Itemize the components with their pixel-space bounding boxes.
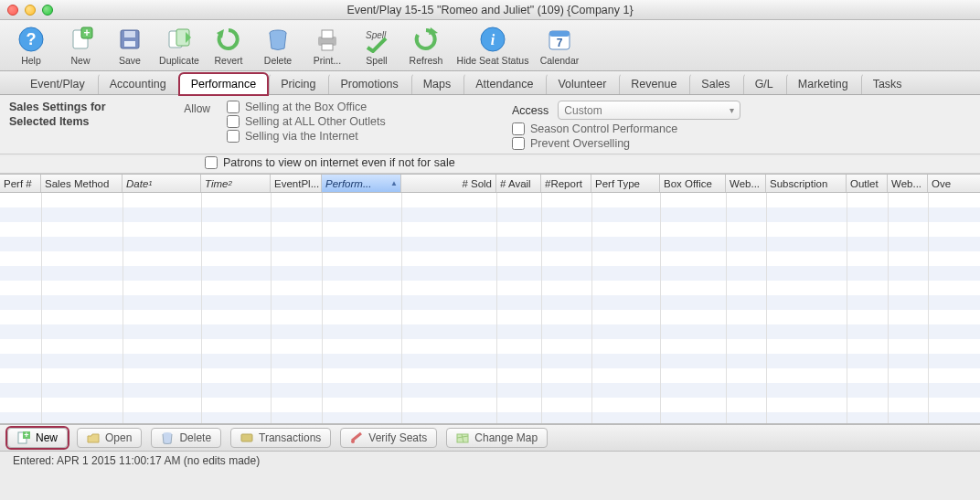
trash-icon <box>161 431 174 444</box>
transactions-icon <box>240 431 253 444</box>
tab-attendance[interactable]: Attendance <box>463 73 545 94</box>
titlebar: Event/Play 15-15 "Romeo and Juliet" (109… <box>0 0 980 20</box>
help-button[interactable]: ? Help <box>7 22 55 69</box>
col-sold[interactable]: # Sold <box>401 175 496 192</box>
delete-button[interactable]: Delete <box>254 22 302 69</box>
new-button[interactable]: + New <box>57 22 104 69</box>
verify-icon <box>350 431 363 444</box>
refresh-button[interactable]: Refresh <box>402 22 450 69</box>
prevent-overselling-checkbox[interactable]: Prevent Overselling <box>512 137 971 150</box>
refresh-icon <box>411 25 441 54</box>
season-control-checkbox[interactable]: Season Control Performance <box>512 122 971 135</box>
col-subscription[interactable]: Subscription <box>766 175 847 192</box>
col-web[interactable]: Web... <box>726 175 766 192</box>
col-perform[interactable]: Perform... <box>322 175 401 192</box>
col-outlet[interactable]: Outlet <box>847 175 888 192</box>
access-select[interactable]: Custom <box>558 101 740 120</box>
tab-accounting[interactable]: Accounting <box>98 73 178 94</box>
allow-box-office-checkbox[interactable]: Selling at the Box Office <box>227 101 386 113</box>
footer-new-button[interactable]: + New <box>7 428 68 448</box>
svg-text:7: 7 <box>557 37 563 49</box>
info-icon: i <box>478 25 507 54</box>
grid-header: Perf # Sales Method Date1 Time2 EventPl.… <box>0 175 980 193</box>
footer-transactions-button[interactable]: Transactions <box>230 428 331 448</box>
tab-marketing[interactable]: Marketing <box>786 73 860 94</box>
svg-rect-6 <box>124 31 135 37</box>
footer-open-button[interactable]: Open <box>77 428 142 448</box>
settings-heading: Sales Settings for Selected Items <box>9 101 155 150</box>
allow-all-outlets-checkbox[interactable]: Selling at ALL Other Outlets <box>227 115 386 128</box>
access-label: Access <box>512 104 549 117</box>
save-icon <box>115 25 144 54</box>
tab-sales[interactable]: Sales <box>689 73 741 94</box>
svg-rect-24 <box>241 434 252 441</box>
tab-event-play[interactable]: Event/Play <box>18 73 97 94</box>
footer-change-map-button[interactable]: Change Map <box>446 428 548 448</box>
svg-rect-7 <box>124 41 135 47</box>
footer-verify-seats-button[interactable]: Verify Seats <box>340 428 437 448</box>
performance-grid: Perf # Sales Method Date1 Time2 EventPl.… <box>0 174 980 424</box>
revert-button[interactable]: Revert <box>205 22 252 69</box>
allow-label: Allow <box>174 101 210 115</box>
tab-promotions[interactable]: Promotions <box>328 73 410 94</box>
status-bar: Entered: APR 1 2015 11:00:17 AM (no edit… <box>0 452 980 470</box>
col-sales-method[interactable]: Sales Method <box>41 175 122 192</box>
new-icon: + <box>66 25 95 54</box>
duplicate-button[interactable]: Duplicate <box>155 22 203 69</box>
calendar-icon: 7 <box>545 25 574 54</box>
print-icon <box>313 25 342 54</box>
revert-icon <box>214 25 243 54</box>
hide-seat-status-button[interactable]: i Hide Seat Status <box>452 22 534 69</box>
svg-text:i: i <box>491 32 495 48</box>
svg-text:?: ? <box>27 30 37 48</box>
map-icon <box>456 431 469 444</box>
tab-revenue[interactable]: Revenue <box>619 73 688 94</box>
window-title: Event/Play 15-15 "Romeo and Juliet" (109… <box>0 4 980 16</box>
patrons-view-checkbox[interactable]: Patrons to view on internet even if not … <box>183 156 980 169</box>
print-button[interactable]: Print... <box>304 22 351 69</box>
calendar-button[interactable]: 7 Calendar <box>536 22 583 69</box>
tab-volunteer[interactable]: Volunteer <box>546 73 618 94</box>
duplicate-icon <box>165 25 194 54</box>
col-perf-type[interactable]: Perf Type <box>591 175 660 192</box>
tab-bar: Event/Play Accounting Performance Pricin… <box>0 71 980 95</box>
col-report[interactable]: #Report <box>541 175 591 192</box>
sales-settings-panel: Sales Settings for Selected Items Allow … <box>0 95 980 154</box>
col-avail[interactable]: # Avail <box>496 175 541 192</box>
col-event-pl[interactable]: EventPl... <box>271 175 322 192</box>
delete-icon <box>263 25 293 54</box>
help-icon: ? <box>16 25 46 54</box>
grid-body[interactable] <box>0 193 980 424</box>
svg-text:+: + <box>24 431 28 440</box>
tab-maps[interactable]: Maps <box>411 73 463 94</box>
svg-text:+: + <box>83 27 90 39</box>
svg-rect-13 <box>322 44 333 50</box>
col-box-office[interactable]: Box Office <box>660 175 726 192</box>
col-time[interactable]: Time2 <box>201 175 271 192</box>
main-toolbar: ? Help + New Save Duplicate Revert Delet… <box>0 20 980 71</box>
tab-gl[interactable]: G/L <box>743 73 785 94</box>
col-web2[interactable]: Web... <box>888 175 928 192</box>
tab-pricing[interactable]: Pricing <box>269 73 327 94</box>
col-perf-no[interactable]: Perf # <box>0 175 41 192</box>
svg-point-25 <box>351 440 355 443</box>
col-ove[interactable]: Ove <box>928 175 980 192</box>
spell-icon: Spell <box>362 25 391 54</box>
new-icon: + <box>17 431 30 444</box>
tab-tasks[interactable]: Tasks <box>861 73 914 94</box>
footer-toolbar: + New Open Delete Transactions Verify Se… <box>0 424 980 452</box>
spell-button[interactable]: Spell Spell <box>353 22 400 69</box>
open-icon <box>87 431 100 444</box>
svg-rect-12 <box>322 30 333 38</box>
allow-internet-checkbox[interactable]: Selling via the Internet <box>227 130 386 143</box>
footer-delete-button[interactable]: Delete <box>151 428 221 448</box>
save-button[interactable]: Save <box>106 22 154 69</box>
col-date[interactable]: Date1 <box>122 175 201 192</box>
tab-performance[interactable]: Performance <box>179 73 269 95</box>
